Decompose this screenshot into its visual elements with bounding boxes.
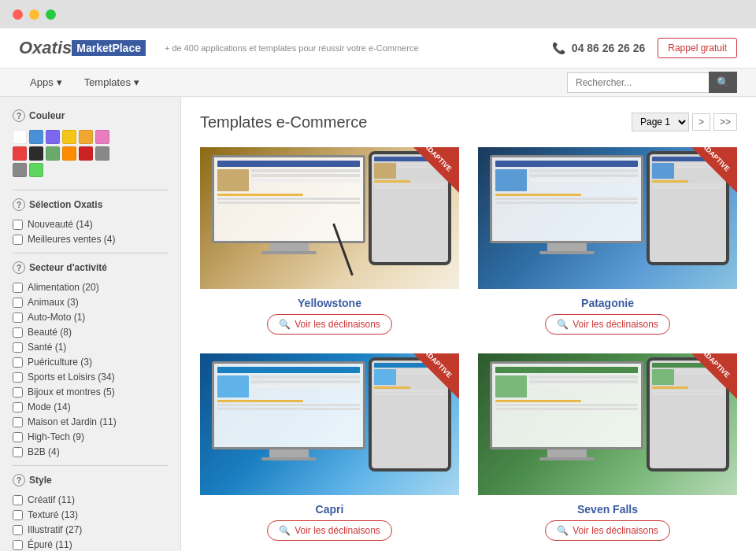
checkbox-mode[interactable]: Mode (14) [13, 401, 168, 412]
search-icon: 🔍 [279, 319, 291, 330]
logo-area: Oxatis MarketPlace + de 400 applications… [19, 38, 419, 58]
checkbox-animaux[interactable]: Animaux (3) [13, 297, 168, 308]
checkbox-b2b[interactable]: B2B (4) [13, 446, 168, 457]
search-icon: 🔍 [557, 525, 569, 536]
color-swatch[interactable] [79, 146, 93, 161]
color-swatch[interactable] [79, 130, 93, 144]
checkbox-alimentation[interactable]: Alimentation (20) [13, 282, 168, 293]
color-swatch[interactable] [29, 163, 43, 177]
page-title: Templates e-Commerce [200, 113, 367, 131]
minimize-button[interactable] [29, 9, 39, 20]
chevron-down-icon: ▾ [57, 76, 62, 88]
color-swatch[interactable] [13, 146, 27, 161]
style-items: Créatif (11) Texturé (13) Illustratif (2… [13, 494, 168, 550]
template-grid: ADAPTIVE Yellowstone 🔍 Voir les déclinai… [200, 147, 737, 541]
color-swatch[interactable] [95, 146, 109, 161]
checkbox-puericulture[interactable]: Puériculture (3) [13, 357, 168, 368]
rappel-button[interactable]: Rappel gratuit [658, 38, 737, 58]
help-icon: ? [13, 261, 25, 274]
template-image-seven-falls[interactable]: ADAPTIVE [478, 353, 737, 495]
color-swatch[interactable] [62, 146, 76, 161]
titlebar [0, 0, 756, 28]
color-swatch[interactable] [13, 163, 27, 177]
close-button[interactable] [13, 9, 23, 20]
checkbox-illustratif[interactable]: Illustratif (27) [13, 524, 168, 535]
checkbox-sports[interactable]: Sports et Loisirs (34) [13, 372, 168, 383]
logo-oxatis: Oxatis [19, 38, 72, 58]
sidebar-style-title: ? Style [13, 474, 168, 486]
checkbox-hightech[interactable]: High-Tech (9) [13, 431, 168, 442]
template-card-patagonie: ADAPTIVE Patagonie 🔍 Voir les déclinaiso… [478, 147, 737, 335]
help-icon: ? [13, 474, 25, 486]
sidebar-secteur-title: ? Secteur d'activité [13, 261, 168, 274]
color-swatch[interactable] [29, 146, 43, 161]
sidebar: ? Couleur ? Sélection Oxatis [0, 97, 181, 551]
checkbox-maison[interactable]: Maison et Jardin (11) [13, 416, 168, 427]
color-swatch[interactable] [29, 130, 43, 144]
color-grid [13, 130, 168, 177]
nav-templates[interactable]: Templates ▾ [73, 68, 150, 96]
nav-left: Apps ▾ Templates ▾ [19, 68, 150, 96]
phone-number: 📞 04 86 26 26 26 [552, 42, 645, 54]
header-tagline: + de 400 applications et templates pour … [165, 43, 419, 53]
maximize-button[interactable] [46, 9, 56, 20]
checkbox-beaute[interactable]: Beauté (8) [13, 327, 168, 338]
help-icon: ? [13, 109, 25, 122]
header-right: 📞 04 86 26 26 26 Rappel gratuit [552, 38, 737, 58]
voir-btn-yellowstone[interactable]: 🔍 Voir les déclinaisons [267, 314, 392, 335]
template-name-seven-falls: Seven Falls [478, 503, 737, 516]
checkbox-epure[interactable]: Épuré (11) [13, 539, 168, 550]
template-card-capri: ADAPTIVE Capri 🔍 Voir les déclinaisons [200, 353, 459, 541]
selection-items: Nouveauté (14) Meilleures ventes (4) [13, 219, 168, 245]
template-name-patagonie: Patagonie [478, 297, 737, 309]
voir-btn-seven-falls[interactable]: 🔍 Voir les déclinaisons [545, 520, 670, 541]
template-card-seven-falls: ADAPTIVE Seven Falls 🔍 Voir les déclinai… [478, 353, 737, 541]
template-image-yellowstone[interactable]: ADAPTIVE [200, 147, 459, 289]
template-image-capri[interactable]: ADAPTIVE [200, 353, 459, 495]
pagination: Page 1 Page 2 > >> [632, 113, 737, 131]
checkbox-auto-moto[interactable]: Auto-Moto (1) [13, 312, 168, 323]
color-swatch[interactable] [13, 130, 27, 144]
color-swatch[interactable] [46, 130, 60, 144]
last-page-button[interactable]: >> [713, 113, 737, 131]
content-header: Templates e-Commerce Page 1 Page 2 > >> [200, 113, 737, 131]
navbar: Apps ▾ Templates ▾ 🔍 [0, 68, 756, 97]
content-area: Templates e-Commerce Page 1 Page 2 > >> [181, 97, 756, 551]
sidebar-couleur-title: ? Couleur [13, 109, 168, 122]
main-layout: ? Couleur ? Sélection Oxatis [0, 97, 756, 551]
header: Oxatis MarketPlace + de 400 applications… [0, 28, 756, 68]
color-swatch[interactable] [95, 130, 109, 144]
color-swatch[interactable] [62, 130, 76, 144]
color-swatch[interactable] [46, 146, 60, 161]
checkbox-nouveaute[interactable]: Nouveauté (14) [13, 219, 168, 230]
nav-apps[interactable]: Apps ▾ [19, 68, 73, 96]
phone-icon: 📞 [552, 42, 565, 54]
search-icon: 🔍 [279, 525, 291, 536]
checkbox-sante[interactable]: Santé (1) [13, 342, 168, 353]
secteur-items: Alimentation (20) Animaux (3) Auto-Moto … [13, 282, 168, 457]
logo[interactable]: Oxatis MarketPlace [19, 38, 146, 58]
template-name-yellowstone: Yellowstone [200, 297, 459, 309]
voir-btn-capri[interactable]: 🔍 Voir les déclinaisons [267, 520, 392, 541]
sidebar-selection-title: ? Sélection Oxatis [13, 198, 168, 211]
search-input[interactable] [567, 72, 709, 93]
template-card-yellowstone: ADAPTIVE Yellowstone 🔍 Voir les déclinai… [200, 147, 459, 335]
next-page-button[interactable]: > [692, 113, 710, 131]
template-image-patagonie[interactable]: ADAPTIVE [478, 147, 737, 289]
page-select[interactable]: Page 1 Page 2 [632, 113, 689, 131]
search-icon: 🔍 [557, 319, 569, 330]
voir-btn-patagonie[interactable]: 🔍 Voir les déclinaisons [545, 314, 670, 335]
nav-search: 🔍 [567, 72, 737, 93]
checkbox-creatif[interactable]: Créatif (11) [13, 494, 168, 505]
checkbox-bijoux[interactable]: Bijoux et montres (5) [13, 386, 168, 398]
chevron-down-icon: ▾ [134, 76, 139, 88]
help-icon: ? [13, 198, 25, 211]
search-button[interactable]: 🔍 [709, 72, 737, 93]
checkbox-meilleures-ventes[interactable]: Meilleures ventes (4) [13, 234, 168, 245]
logo-marketplace: MarketPlace [72, 40, 146, 56]
template-name-capri: Capri [200, 503, 459, 516]
checkbox-texture[interactable]: Texturé (13) [13, 509, 168, 520]
